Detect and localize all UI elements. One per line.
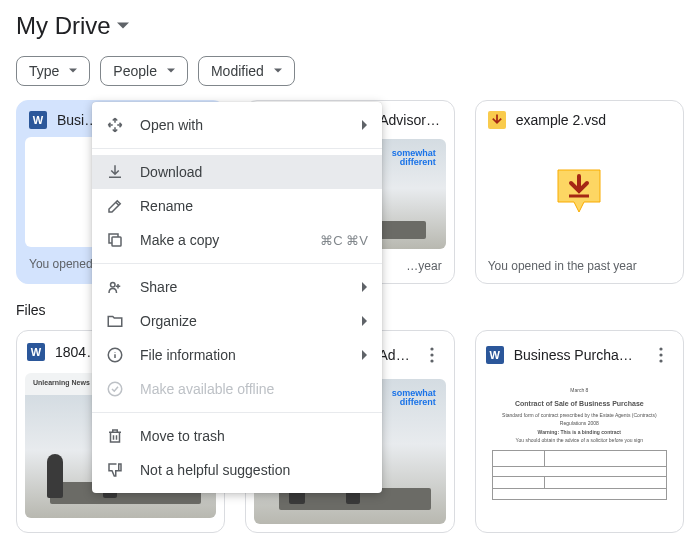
file-card[interactable]: W Business Purchas… March 8 Contract of … xyxy=(475,330,684,533)
thumbs-down-icon xyxy=(106,461,124,479)
copy-icon xyxy=(106,231,124,249)
filter-label: Modified xyxy=(211,63,264,79)
divider xyxy=(92,148,382,149)
page-title: My Drive xyxy=(16,12,111,40)
svg-point-2 xyxy=(430,353,433,356)
chevron-right-icon xyxy=(362,316,368,326)
ctx-organize[interactable]: Organize xyxy=(92,304,382,338)
keyboard-shortcut: ⌘C ⌘V xyxy=(320,233,368,248)
rename-icon xyxy=(106,197,124,215)
folder-icon xyxy=(106,312,124,330)
context-menu: Open with Download Rename Make a copy ⌘C… xyxy=(92,102,382,493)
ctx-not-helpful[interactable]: Not a helpful suggestion xyxy=(92,453,382,487)
share-icon xyxy=(106,278,124,296)
chevron-right-icon xyxy=(362,282,368,292)
file-title: Business Purchas… xyxy=(514,347,639,363)
svg-point-3 xyxy=(430,359,433,362)
download-icon xyxy=(106,163,124,181)
ctx-share[interactable]: Share xyxy=(92,270,382,304)
chevron-right-icon xyxy=(362,120,368,130)
svg-point-10 xyxy=(108,382,122,396)
more-actions-button[interactable] xyxy=(420,343,444,367)
info-icon xyxy=(106,346,124,364)
ctx-label: Make a copy xyxy=(140,232,219,248)
word-doc-icon: W xyxy=(29,111,47,129)
ctx-label: Make available offline xyxy=(140,381,274,397)
ctx-label: Move to trash xyxy=(140,428,225,444)
visio-icon xyxy=(488,111,506,129)
ctx-trash[interactable]: Move to trash xyxy=(92,419,382,453)
breadcrumb[interactable]: My Drive xyxy=(16,12,684,40)
filter-label: Type xyxy=(29,63,59,79)
filter-modified[interactable]: Modified xyxy=(198,56,295,86)
chevron-down-icon xyxy=(69,68,77,74)
filter-bar: Type People Modified xyxy=(16,56,684,86)
ctx-offline: Make available offline xyxy=(92,372,382,406)
file-card[interactable]: example 2.vsd You opened in the past yea… xyxy=(475,100,684,284)
divider xyxy=(92,412,382,413)
offline-icon xyxy=(106,380,124,398)
svg-point-4 xyxy=(659,347,662,350)
ctx-label: Download xyxy=(140,164,202,180)
svg-point-6 xyxy=(659,359,662,362)
filter-type[interactable]: Type xyxy=(16,56,90,86)
chevron-down-icon xyxy=(274,68,282,74)
ctx-file-info[interactable]: File information xyxy=(92,338,382,372)
ctx-label: File information xyxy=(140,347,236,363)
ctx-label: Share xyxy=(140,279,177,295)
svg-point-5 xyxy=(659,353,662,356)
ctx-open-with[interactable]: Open with xyxy=(92,108,382,142)
file-thumbnail xyxy=(484,139,675,249)
ctx-make-copy[interactable]: Make a copy ⌘C ⌘V xyxy=(92,223,382,257)
more-actions-button[interactable] xyxy=(649,343,673,367)
trash-icon xyxy=(106,427,124,445)
chevron-down-icon xyxy=(167,68,175,74)
open-with-icon xyxy=(106,116,124,134)
ctx-label: Open with xyxy=(140,117,203,133)
ctx-label: Rename xyxy=(140,198,193,214)
filter-people[interactable]: People xyxy=(100,56,188,86)
chevron-down-icon xyxy=(117,20,129,32)
ctx-rename[interactable]: Rename xyxy=(92,189,382,223)
file-meta: You opened in the past year xyxy=(476,249,683,283)
svg-rect-7 xyxy=(112,237,121,246)
filter-label: People xyxy=(113,63,157,79)
ctx-label: Organize xyxy=(140,313,197,329)
svg-point-1 xyxy=(430,347,433,350)
file-thumbnail: March 8 Contract of Sale of Business Pur… xyxy=(484,379,675,524)
svg-point-8 xyxy=(111,283,116,288)
ctx-download[interactable]: Download xyxy=(92,155,382,189)
ctx-label: Not a helpful suggestion xyxy=(140,462,290,478)
word-doc-icon: W xyxy=(486,346,504,364)
chevron-right-icon xyxy=(362,350,368,360)
file-title: example 2.vsd xyxy=(516,112,671,128)
word-doc-icon: W xyxy=(27,343,45,361)
divider xyxy=(92,263,382,264)
